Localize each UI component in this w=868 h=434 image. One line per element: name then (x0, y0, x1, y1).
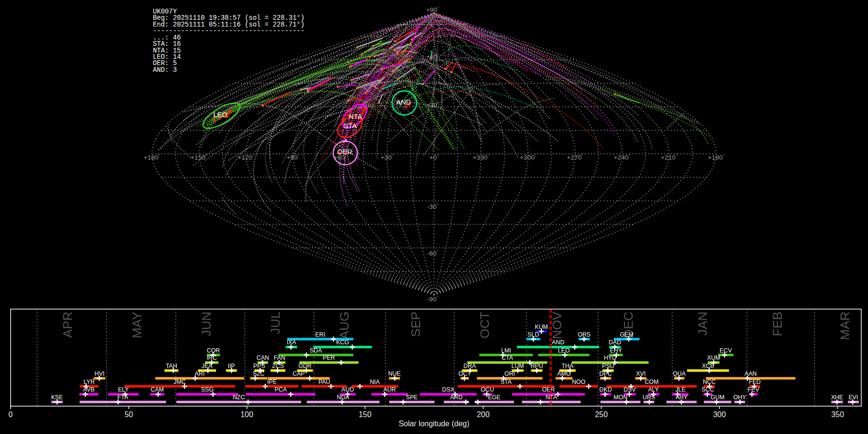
svg-text:QUA: QUA (673, 370, 686, 377)
svg-text:LEO: LEO (213, 111, 227, 119)
svg-text:TAH: TAH (166, 363, 177, 369)
svg-text:+240°: +240° (614, 153, 630, 161)
svg-text:CAN: CAN (257, 354, 269, 361)
svg-text:JUN: JUN (199, 312, 214, 337)
svg-text:150: 150 (359, 410, 372, 419)
svg-text:SZC: SZC (253, 370, 265, 377)
svg-text:HVI: HVI (95, 370, 105, 377)
svg-text:AND: 3: AND: 3 (153, 67, 177, 74)
svg-text:LYR: LYR (83, 379, 95, 385)
svg-text:+60°: +60° (426, 53, 439, 60)
svg-text:IPE: IPE (267, 379, 277, 385)
svg-text:MAY: MAY (130, 312, 144, 339)
svg-text:FED: FED (749, 379, 761, 385)
svg-text:FAN: FAN (274, 354, 285, 361)
svg-text:ORI: ORI (504, 370, 515, 377)
svg-text:Solar longitude (deg): Solar longitude (deg) (399, 420, 470, 428)
svg-text:DSV: DSV (624, 386, 636, 393)
svg-text:XHE: XHE (831, 394, 843, 401)
svg-text:IRC: IRC (206, 354, 217, 361)
svg-text:NDA: NDA (337, 394, 350, 401)
svg-text:HYD: HYD (604, 354, 616, 361)
svg-text:LEO: LEO (558, 347, 570, 354)
svg-text:AUR: AUR (383, 386, 396, 393)
svg-text:SDA: SDA (310, 347, 322, 354)
svg-text:PSU: PSU (602, 363, 614, 369)
svg-text:300: 300 (713, 410, 726, 419)
svg-text:+300°: +300° (520, 153, 536, 161)
svg-text:SEP: SEP (408, 312, 423, 337)
svg-text:ELY: ELY (118, 386, 129, 393)
svg-text:SPE: SPE (406, 394, 418, 401)
svg-text:+210°: +210° (661, 153, 677, 161)
svg-text:PER: PER (323, 354, 335, 361)
svg-text:+330°: +330° (473, 153, 489, 161)
svg-text:AND: AND (396, 98, 411, 106)
svg-text:KSE: KSE (51, 394, 63, 401)
svg-text:ARI: ARI (195, 370, 205, 377)
svg-text:50: 50 (124, 410, 133, 419)
svg-text:NZC: NZC (232, 394, 244, 401)
svg-text:EHY: EHY (610, 347, 622, 354)
svg-text:JUL: JUL (268, 312, 283, 334)
svg-text:ALY: ALY (648, 386, 659, 393)
svg-text:+150°: +150° (190, 153, 207, 161)
svg-text:+180°: +180° (144, 153, 160, 161)
svg-text:AMO: AMO (557, 370, 570, 377)
svg-text:AND: AND (552, 339, 564, 346)
svg-text:PPS: PPS (253, 363, 265, 369)
svg-text:+90°: +90° (426, 6, 439, 14)
svg-text:200: 200 (477, 410, 490, 419)
svg-text:NTA: NTA (349, 113, 362, 121)
svg-text:XUM: XUM (707, 354, 720, 361)
svg-text:NOO: NOO (572, 379, 585, 385)
svg-text:NUE: NUE (388, 370, 401, 377)
svg-text:AAN: AAN (745, 370, 757, 377)
svg-text:STA: STA (343, 122, 356, 130)
svg-text:GEM: GEM (620, 331, 634, 338)
svg-text:STA: STA (501, 379, 512, 385)
svg-text:OCU: OCU (481, 386, 494, 393)
svg-text:AUG: AUG (337, 312, 352, 339)
svg-text:LUM: LUM (512, 363, 524, 369)
svg-text:THA: THA (562, 363, 574, 369)
svg-text:SLD: SLD (528, 331, 539, 338)
svg-text:GUM: GUM (711, 394, 725, 401)
svg-text:OCT: OCT (459, 370, 471, 377)
svg-text:ZCS: ZCS (272, 363, 284, 369)
svg-text:FTA: FTA (118, 394, 129, 401)
svg-text:MAR: MAR (838, 312, 852, 340)
svg-text:ECV: ECV (719, 347, 732, 354)
svg-text:APR: APR (60, 312, 75, 338)
svg-text:URS: URS (643, 394, 655, 401)
svg-text:XCB: XCB (702, 363, 714, 369)
svg-text:DRA: DRA (463, 363, 476, 369)
svg-text:KUM: KUM (535, 324, 548, 330)
svg-text:SCC: SCC (702, 386, 714, 393)
svg-text:KCG: KCG (336, 339, 349, 346)
svg-text:ARD: ARD (450, 394, 462, 401)
svg-text:OCT: OCT (477, 312, 492, 339)
svg-text:EGE: EGE (488, 394, 501, 401)
svg-text:IXA: IXA (286, 339, 297, 346)
svg-text:OER: OER (542, 386, 555, 393)
svg-text:JLE: JLE (675, 386, 685, 393)
svg-text:100: 100 (241, 410, 254, 419)
svg-text:ERI: ERI (315, 331, 326, 338)
svg-text:CAM: CAM (150, 386, 163, 393)
svg-text:NIA: NIA (370, 379, 380, 385)
svg-text:COM: COM (645, 379, 659, 385)
svg-text:RPU: RPU (530, 363, 543, 369)
svg-text:XVI: XVI (636, 370, 646, 377)
svg-text:COR: COR (207, 347, 220, 354)
svg-text:DAD: DAD (609, 339, 621, 346)
svg-text:DSX: DSX (442, 386, 454, 393)
svg-text:JMC: JMC (174, 379, 186, 385)
svg-text:250: 250 (595, 410, 608, 419)
svg-text:JEA: JEA (202, 363, 213, 369)
svg-text:AVB: AVB (83, 386, 95, 393)
svg-text:+30°: +30° (380, 153, 393, 161)
svg-text:JAN: JAN (695, 312, 710, 336)
svg-text:PAU: PAU (318, 379, 330, 385)
svg-text:AUD: AUD (341, 386, 354, 393)
